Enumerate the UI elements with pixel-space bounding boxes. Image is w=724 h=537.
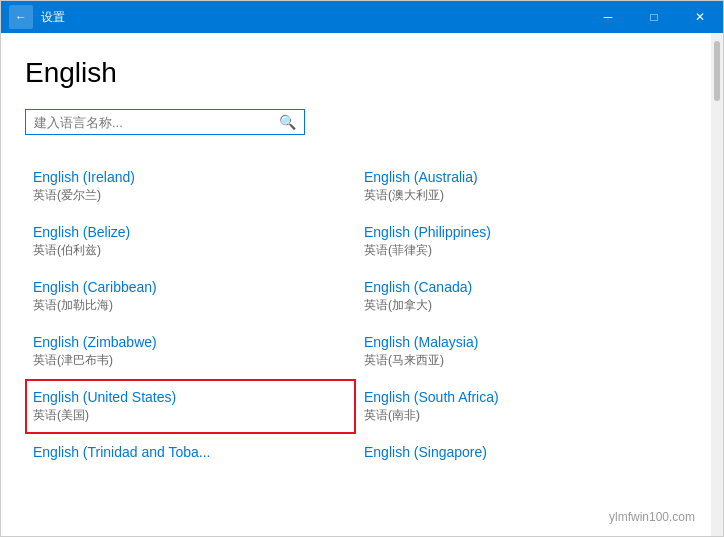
titlebar: ← 设置 ─ □ ✕ bbox=[1, 1, 723, 33]
scrollbar[interactable] bbox=[711, 33, 723, 536]
language-item[interactable]: English (Trinidad and Toba... bbox=[25, 434, 356, 472]
language-name: English (South Africa) bbox=[364, 389, 679, 405]
language-item[interactable]: English (Australia)英语(澳大利亚) bbox=[356, 159, 687, 214]
back-icon: ← bbox=[15, 10, 27, 24]
titlebar-title: 设置 bbox=[41, 9, 65, 26]
search-icon: 🔍 bbox=[279, 114, 296, 130]
language-item[interactable]: English (Malaysia)英语(马来西亚) bbox=[356, 324, 687, 379]
language-native: 英语(加勒比海) bbox=[33, 297, 348, 314]
window: ← 设置 ─ □ ✕ English 🔍 English (Ireland)英语… bbox=[0, 0, 724, 537]
language-native: 英语(伯利兹) bbox=[33, 242, 348, 259]
language-name: English (Trinidad and Toba... bbox=[33, 444, 348, 460]
language-name: English (Australia) bbox=[364, 169, 679, 185]
titlebar-controls: ─ □ ✕ bbox=[585, 1, 723, 33]
language-native: 英语(津巴布韦) bbox=[33, 352, 348, 369]
language-item[interactable]: English (Ireland)英语(爱尔兰) bbox=[25, 159, 356, 214]
language-native: 英语(马来西亚) bbox=[364, 352, 679, 369]
language-name: English (United States) bbox=[33, 389, 348, 405]
search-box[interactable]: 🔍 bbox=[25, 109, 305, 135]
watermark: ylmfwin100.com bbox=[609, 510, 695, 524]
language-name: English (Caribbean) bbox=[33, 279, 348, 295]
content: English 🔍 English (Ireland)英语(爱尔兰)Englis… bbox=[1, 33, 723, 536]
language-native: 英语(菲律宾) bbox=[364, 242, 679, 259]
minimize-button[interactable]: ─ bbox=[585, 1, 631, 33]
languages-grid: English (Ireland)英语(爱尔兰)English (Austral… bbox=[25, 159, 687, 472]
language-item[interactable]: English (Belize)英语(伯利兹) bbox=[25, 214, 356, 269]
titlebar-left: ← 设置 bbox=[9, 5, 65, 29]
language-item[interactable]: English (South Africa)英语(南非) bbox=[356, 379, 687, 434]
language-item[interactable]: English (Canada)英语(加拿大) bbox=[356, 269, 687, 324]
main-content: English 🔍 English (Ireland)英语(爱尔兰)Englis… bbox=[1, 33, 711, 536]
language-item[interactable]: English (United States)英语(美国) bbox=[25, 379, 356, 434]
language-name: English (Malaysia) bbox=[364, 334, 679, 350]
language-name: English (Philippines) bbox=[364, 224, 679, 240]
language-name: English (Ireland) bbox=[33, 169, 348, 185]
maximize-button[interactable]: □ bbox=[631, 1, 677, 33]
language-name: English (Singapore) bbox=[364, 444, 679, 460]
language-native: 英语(加拿大) bbox=[364, 297, 679, 314]
language-item[interactable]: English (Singapore) bbox=[356, 434, 687, 472]
close-button[interactable]: ✕ bbox=[677, 1, 723, 33]
language-name: English (Belize) bbox=[33, 224, 348, 240]
language-name: English (Canada) bbox=[364, 279, 679, 295]
language-item[interactable]: English (Caribbean)英语(加勒比海) bbox=[25, 269, 356, 324]
language-native: 英语(澳大利亚) bbox=[364, 187, 679, 204]
search-input[interactable] bbox=[34, 115, 279, 130]
back-button[interactable]: ← bbox=[9, 5, 33, 29]
language-native: 英语(南非) bbox=[364, 407, 679, 424]
language-item[interactable]: English (Zimbabwe)英语(津巴布韦) bbox=[25, 324, 356, 379]
page-title: English bbox=[25, 57, 687, 89]
language-name: English (Zimbabwe) bbox=[33, 334, 348, 350]
scrollbar-thumb[interactable] bbox=[714, 41, 720, 101]
language-item[interactable]: English (Philippines)英语(菲律宾) bbox=[356, 214, 687, 269]
language-native: 英语(爱尔兰) bbox=[33, 187, 348, 204]
language-native: 英语(美国) bbox=[33, 407, 348, 424]
